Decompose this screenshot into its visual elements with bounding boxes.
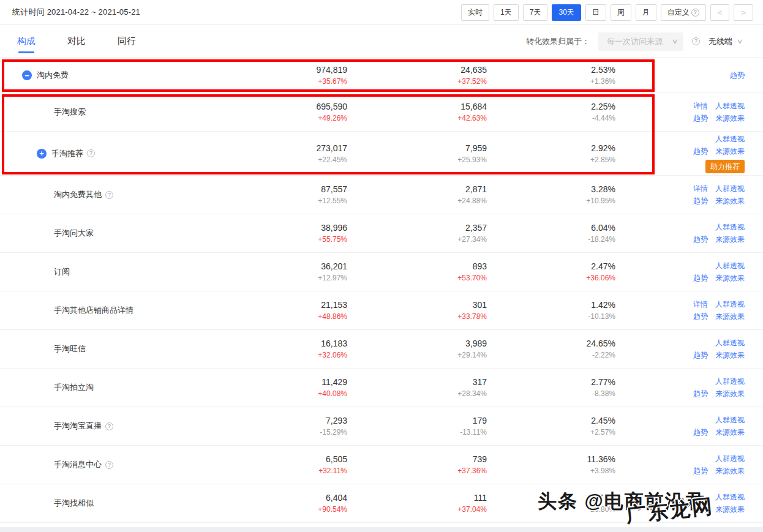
metric-change: +10.95% xyxy=(586,195,615,206)
metric-value: 2.77% xyxy=(591,376,615,388)
action-link-来源效果[interactable]: 来源效果 xyxy=(715,311,745,323)
period-button-1天[interactable]: 1天 xyxy=(494,4,519,21)
metric-cell: 2.25%-4.44% xyxy=(487,100,615,124)
action-line: 详情人群透视 xyxy=(693,100,745,112)
action-link-来源效果[interactable]: 来源效果 xyxy=(715,234,745,245)
help-icon[interactable]: ? xyxy=(692,37,700,45)
action-link-趋势[interactable]: 趋势 xyxy=(693,146,708,157)
action-link-来源效果[interactable]: 来源效果 xyxy=(715,195,745,207)
boost-recommend-button[interactable]: 助力推荐 xyxy=(705,160,745,173)
metric-change: +40.08% xyxy=(318,388,347,399)
metric-value: 36,201 xyxy=(321,260,347,272)
action-link-来源效果[interactable]: 来源效果 xyxy=(715,272,745,284)
tab-构成[interactable]: 构成 xyxy=(17,25,36,58)
action-link-来源效果[interactable]: 来源效果 xyxy=(715,504,745,515)
metric-value: 111 xyxy=(474,492,487,504)
expand-icon[interactable]: + xyxy=(37,149,47,159)
period-button-周[interactable]: 周 xyxy=(611,4,631,21)
metric-change: +29.14% xyxy=(457,350,487,361)
metric-value: 2.25% xyxy=(591,100,615,113)
action-link-人群透视[interactable]: 人群透视 xyxy=(715,337,745,349)
action-link-人群透视[interactable]: 人群透视 xyxy=(715,414,745,426)
action-link-人群透视[interactable]: 人群透视 xyxy=(715,453,745,465)
metric-change: +53.70% xyxy=(457,272,487,283)
action-link-趋势[interactable]: 趋势 xyxy=(693,113,708,124)
period-button-7天[interactable]: 7天 xyxy=(523,4,548,21)
tab-bar: 构成对比同行 转化效果归属于： 每一次访问来源 ∨ ? 无线端 ∨ xyxy=(0,25,763,58)
metric-value: 739 xyxy=(473,453,487,465)
metric-value: 15,684 xyxy=(460,100,487,113)
actions-cell: 人群透视趋势来源效果 xyxy=(615,376,763,400)
action-link-趋势[interactable]: 趋势 xyxy=(693,272,708,284)
metric-value: 6.04% xyxy=(591,222,615,234)
action-link-人群透视[interactable]: 人群透视 xyxy=(715,100,745,112)
metric-change: +36.06% xyxy=(586,272,615,283)
action-link-趋势[interactable]: 趋势 xyxy=(693,427,708,438)
actions-cell: 详情人群透视趋势来源效果 xyxy=(615,183,763,207)
metric-change: +1.36% xyxy=(590,76,615,87)
action-link-人群透视[interactable]: 人群透视 xyxy=(715,260,745,272)
period-button-label: 日 xyxy=(592,7,600,18)
action-link-趋势[interactable]: 趋势 xyxy=(730,70,745,81)
channel-select[interactable]: 无线端 ∨ xyxy=(709,36,742,47)
source-label-cell: 淘内免费其他? xyxy=(0,189,237,200)
action-link-人群透视[interactable]: 人群透视 xyxy=(715,376,745,388)
metric-value: 2,871 xyxy=(465,183,487,195)
action-link-趋势[interactable]: 趋势 xyxy=(693,388,708,400)
source-label-cell: 手淘问大家 xyxy=(0,228,237,239)
action-link-来源效果[interactable]: 来源效果 xyxy=(715,146,745,157)
action-link-人群透视[interactable]: 人群透视 xyxy=(715,222,745,233)
metric-change: -4.44% xyxy=(592,113,615,124)
action-link-详情[interactable]: 详情 xyxy=(693,100,708,112)
period-button-日[interactable]: 日 xyxy=(585,4,606,21)
action-link-趋势[interactable]: 趋势 xyxy=(693,350,708,361)
action-link-来源效果[interactable]: 来源效果 xyxy=(715,465,745,477)
action-link-来源效果[interactable]: 来源效果 xyxy=(715,427,745,438)
action-line: 详情人群透视 xyxy=(693,299,745,310)
period-button-实时[interactable]: 实时 xyxy=(461,4,489,21)
action-line: 趋势来源效果 xyxy=(693,350,745,361)
action-link-来源效果[interactable]: 来源效果 xyxy=(715,388,745,400)
tab-同行[interactable]: 同行 xyxy=(118,25,136,58)
period-button-30天[interactable]: 30天 xyxy=(552,4,581,21)
metric-cell: 6,505+32.11% xyxy=(237,453,347,476)
action-line: 趋势来源效果 xyxy=(693,195,745,207)
metric-value: 7,293 xyxy=(326,414,347,427)
help-icon[interactable]: ? xyxy=(105,422,113,430)
action-link-趋势[interactable]: 趋势 xyxy=(693,234,708,245)
action-link-人群透视[interactable]: 人群透视 xyxy=(715,299,745,310)
action-link-人群透视[interactable]: 人群透视 xyxy=(715,133,745,145)
metric-cell: 3.28%+10.95% xyxy=(487,183,615,206)
action-line: 趋势 xyxy=(730,70,745,81)
pager-next-button[interactable]: > xyxy=(734,4,753,21)
action-link-人群透视[interactable]: 人群透视 xyxy=(715,183,745,195)
action-link-趋势[interactable]: 趋势 xyxy=(693,465,708,477)
action-link-趋势[interactable]: 趋势 xyxy=(693,195,708,207)
action-link-来源效果[interactable]: 来源效果 xyxy=(715,113,745,124)
metric-change: +90.54% xyxy=(318,504,347,515)
collapse-icon[interactable]: − xyxy=(22,70,32,80)
source-name: 手淘找相似 xyxy=(54,498,94,509)
action-link-趋势[interactable]: 趋势 xyxy=(693,311,708,323)
tabs: 构成对比同行 xyxy=(17,25,168,58)
source-label-cell: 手淘找相似 xyxy=(0,498,237,509)
action-link-来源效果[interactable]: 来源效果 xyxy=(715,350,745,361)
action-link-人群透视[interactable]: 人群透视 xyxy=(715,492,745,503)
action-link-趋势[interactable]: 趋势 xyxy=(693,504,708,515)
help-icon[interactable]: ? xyxy=(105,461,113,469)
metric-change: -18.24% xyxy=(588,234,615,245)
period-button-月[interactable]: 月 xyxy=(636,4,656,21)
help-icon[interactable]: ? xyxy=(87,149,95,157)
action-link-详情[interactable]: 详情 xyxy=(693,183,708,195)
help-icon[interactable]: ? xyxy=(105,191,113,199)
attribution-select[interactable]: 每一次访问来源 ∨ xyxy=(598,32,683,51)
source-name: 手淘推荐 xyxy=(51,148,83,159)
action-line: 趋势来源效果 xyxy=(693,504,745,515)
metric-value: 273,017 xyxy=(316,142,347,154)
pager-prev-button[interactable]: < xyxy=(710,4,730,21)
period-button-自定义[interactable]: 自定义? xyxy=(661,4,706,21)
action-link-详情[interactable]: 详情 xyxy=(693,299,708,310)
metric-change: +24.88% xyxy=(457,195,487,206)
tab-对比[interactable]: 对比 xyxy=(67,25,86,58)
metric-change: -8.38% xyxy=(592,388,615,399)
